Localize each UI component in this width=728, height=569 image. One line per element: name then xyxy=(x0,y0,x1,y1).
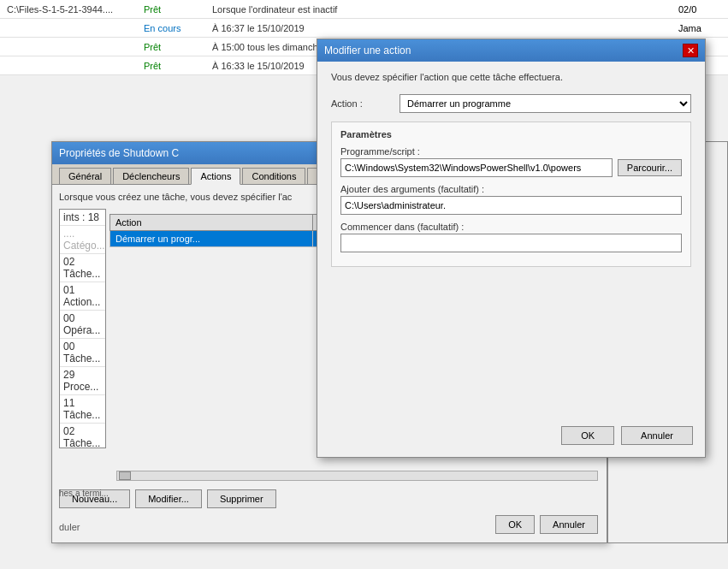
list-item: 11 Tâche... xyxy=(60,395,105,424)
program-field-row: Programme/script : Parcourir... xyxy=(340,146,682,177)
action-row: Action : Démarrer un programme xyxy=(331,94,691,113)
task-nextrun: 02/0 xyxy=(678,4,721,15)
start-field-row: Commencer dans (facultatif) : xyxy=(340,222,682,252)
task-row: En cours À 16:37 le 15/10/2019 Jama xyxy=(0,19,728,38)
modifier-title: Modifier une action xyxy=(324,44,411,56)
args-label: Ajouter des arguments (facultatif) : xyxy=(340,184,682,194)
action-label: Action : xyxy=(331,98,400,109)
list-item: 00 Tâche... xyxy=(60,339,105,367)
modifier-desc: Vous devez spécifier l'action que cette … xyxy=(331,72,691,82)
program-input-row: Parcourir... xyxy=(340,158,682,177)
sidebar-header: ints : 18 xyxy=(60,210,105,226)
start-label: Commencer dans (facultatif) : xyxy=(340,222,682,232)
task-nextrun: Jama xyxy=(678,23,721,33)
modifier-annuler-button[interactable]: Annuler xyxy=(621,426,693,445)
horizontal-scrollbar[interactable] xyxy=(116,471,598,481)
prop-ok-button[interactable]: OK xyxy=(495,515,535,534)
bottom-label: duler xyxy=(59,522,80,532)
modifier-close-button[interactable]: ✕ xyxy=(683,44,698,57)
action-select[interactable]: Démarrer un programme xyxy=(400,94,691,113)
list-item: 00 Opéra... xyxy=(60,311,105,339)
task-status: En cours xyxy=(144,23,212,33)
task-row: C:\Files-S-1-5-21-3944.... Prêt Lorsque … xyxy=(0,0,728,19)
modifier-content: Vous devez spécifier l'action que cette … xyxy=(317,62,705,286)
modifier-ok-button[interactable]: OK xyxy=(561,426,614,445)
modifier-button[interactable]: Modifier... xyxy=(135,489,202,508)
browse-button[interactable]: Parcourir... xyxy=(618,159,682,176)
prop-title: Propriétés de Shutdown C xyxy=(59,147,179,159)
col-header-action: Action xyxy=(110,215,313,231)
bottom-description: hes a termi... xyxy=(59,489,109,498)
task-status: Prêt xyxy=(144,4,212,15)
prop-annuler-button[interactable]: Annuler xyxy=(540,515,598,534)
list-item: 29 Proce... xyxy=(60,367,105,395)
supprimer-button[interactable]: Supprimer xyxy=(207,489,276,508)
task-name: C:\Files-S-1-5-21-3944.... xyxy=(7,4,144,15)
modifier-titlebar: Modifier une action ✕ xyxy=(317,39,705,62)
params-section: Paramètres Programme/script : Parcourir.… xyxy=(331,122,691,267)
start-input-row xyxy=(340,234,682,252)
args-field-row: Ajouter des arguments (facultatif) : xyxy=(340,184,682,215)
tab-general[interactable]: Général xyxy=(59,168,111,184)
list-item: 01 Action... xyxy=(60,282,105,311)
args-input-row xyxy=(340,196,682,215)
scroll-thumb[interactable] xyxy=(119,471,131,480)
task-trigger: Lorsque l'ordinateur est inactif xyxy=(212,4,567,15)
program-input[interactable] xyxy=(340,158,613,177)
task-trigger: À 16:37 le 15/10/2019 xyxy=(212,23,567,33)
tab-conditions[interactable]: Conditions xyxy=(242,168,305,184)
list-item: 02 Tâche... xyxy=(60,424,105,448)
tab-actions[interactable]: Actions xyxy=(191,168,240,185)
task-status: Prêt xyxy=(144,61,212,71)
modifier-ok-cancel: OK Annuler xyxy=(561,426,693,445)
task-status: Prêt xyxy=(144,42,212,52)
tab-declencheurs[interactable]: Déclencheurs xyxy=(113,168,189,184)
sidebar-category-header: .... Catégo... xyxy=(60,226,105,254)
program-label: Programme/script : xyxy=(340,146,682,157)
args-input[interactable] xyxy=(340,196,682,215)
prop-ok-cancel-buttons: OK Annuler xyxy=(495,515,598,534)
params-title: Paramètres xyxy=(340,129,682,139)
modifier-dialog: Modifier une action ✕ Vous devez spécifi… xyxy=(317,39,706,458)
sidebar-list: ints : 18 .... Catégo... 02 Tâche... 01 … xyxy=(59,209,106,448)
action-name-cell: Démarrer un progr... xyxy=(110,231,313,247)
list-item: 02 Tâche... xyxy=(60,254,105,282)
start-input[interactable] xyxy=(340,234,682,252)
